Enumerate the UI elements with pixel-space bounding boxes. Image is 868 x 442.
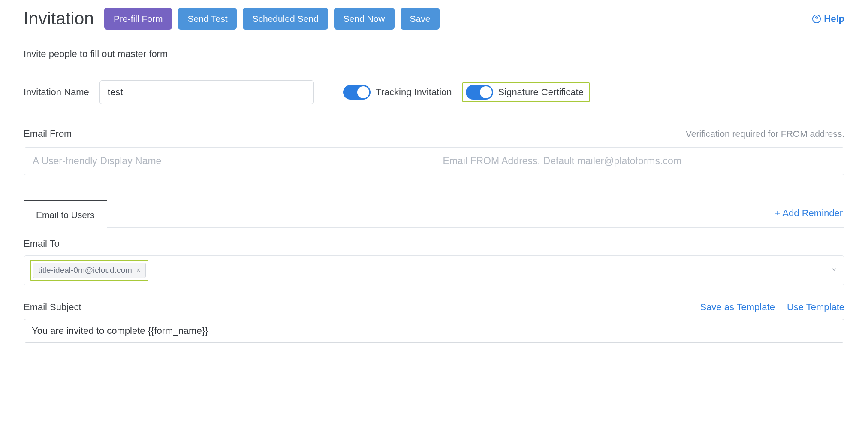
invitation-name-input[interactable] (99, 80, 314, 104)
page-title: Invitation (24, 9, 94, 29)
signature-certificate-label: Signature Certificate (498, 87, 584, 98)
page-header: Invitation Pre-fill Form Send Test Sched… (24, 8, 844, 30)
page-subtitle: Invite people to fill out master form (24, 48, 844, 60)
tracking-toggle-group: Tracking Invitation (343, 85, 452, 100)
email-to-label: Email To (24, 238, 844, 249)
email-subject-input[interactable] (24, 319, 844, 343)
use-template-link[interactable]: Use Template (787, 302, 844, 313)
signature-certificate-toggle[interactable] (466, 85, 493, 100)
tab-email-to-users[interactable]: Email to Users (24, 200, 107, 228)
signature-certificate-highlight: Signature Certificate (462, 82, 590, 102)
email-from-header: Email From Verification required for FRO… (24, 128, 844, 139)
help-link[interactable]: Help (812, 13, 844, 24)
save-as-template-link[interactable]: Save as Template (700, 302, 775, 313)
email-from-inputs (24, 147, 844, 175)
toggle-knob (480, 86, 492, 98)
email-chip-highlight: title-ideal-0m@icloud.com × (30, 260, 148, 281)
email-chip-text: title-ideal-0m@icloud.com (38, 266, 132, 275)
remove-chip-icon[interactable]: × (136, 266, 140, 274)
email-to-input[interactable]: title-ideal-0m@icloud.com × (24, 255, 844, 285)
send-now-button[interactable]: Send Now (334, 8, 395, 30)
scheduled-send-button[interactable]: Scheduled Send (243, 8, 328, 30)
send-test-button[interactable]: Send Test (178, 8, 237, 30)
email-from-label: Email From (24, 128, 72, 139)
email-from-display-name-input[interactable] (24, 148, 434, 175)
email-subject-label: Email Subject (24, 302, 81, 313)
invitation-name-label: Invitation Name (24, 87, 89, 98)
tracking-invitation-label: Tracking Invitation (376, 87, 452, 98)
help-label: Help (824, 13, 844, 24)
email-from-address-input[interactable] (434, 148, 844, 175)
tracking-invitation-toggle[interactable] (343, 85, 371, 100)
invitation-name-row: Invitation Name Tracking Invitation Sign… (24, 80, 844, 104)
prefill-form-button[interactable]: Pre-fill Form (104, 8, 172, 30)
tabs-row: Email to Users + Add Reminder (24, 199, 844, 228)
svg-point-1 (817, 20, 817, 21)
toggle-knob (357, 86, 369, 98)
add-reminder-link[interactable]: + Add Reminder (775, 208, 844, 219)
chevron-down-icon[interactable] (830, 266, 838, 275)
help-icon (812, 14, 821, 24)
email-from-hint: Verification required for FROM address. (686, 129, 844, 139)
save-button[interactable]: Save (401, 8, 440, 30)
email-chip: title-ideal-0m@icloud.com × (33, 263, 146, 278)
action-buttons: Pre-fill Form Send Test Scheduled Send S… (104, 8, 440, 30)
email-subject-header: Email Subject Save as Template Use Templ… (24, 302, 844, 313)
template-links: Save as Template Use Template (700, 302, 844, 313)
